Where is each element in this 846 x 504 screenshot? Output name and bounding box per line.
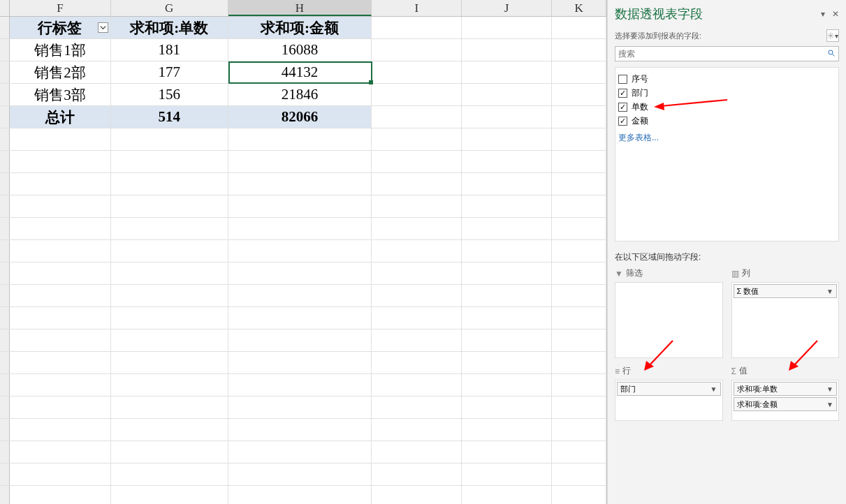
row-label-filter-button[interactable] [98,22,108,33]
field-label: 序号 [632,73,648,85]
pane-menu-button[interactable]: ▾ [821,9,825,19]
filter-icon: ▼ [615,269,623,279]
checkbox-unchecked-icon[interactable] [618,75,627,84]
field-search-input[interactable] [618,49,827,59]
pivot-cell-selected[interactable]: 44132 [228,61,372,83]
pivot-header-sum1[interactable]: 求和项:单数 [111,17,228,38]
field-label: 单数 [632,101,648,113]
pivot-cell[interactable]: 16088 [228,39,372,61]
field-label: 部门 [632,87,648,99]
pivot-areas-grid: ▼筛选 ▥列 Σ 数值▼ ≡行 部门▼ Σ值 [615,267,839,421]
pivot-row-label[interactable]: 销售3部 [10,84,111,105]
pill-label: 部门 [620,384,636,394]
sigma-icon: Σ [731,366,736,376]
svg-marker-8 [789,361,798,371]
svg-point-1 [829,50,833,54]
pivot-total-label[interactable]: 总计 [10,106,111,128]
svg-line-2 [833,54,835,56]
pivot-header-sum2[interactable]: 求和项:金额 [228,17,372,38]
row-field-pill[interactable]: 部门▼ [617,382,721,396]
area-title-text: 行 [622,365,631,377]
chevron-down-icon: ▼ [826,385,833,393]
select-all-corner[interactable] [0,0,10,16]
pivot-cell[interactable]: 156 [111,84,228,105]
pane-subtitle: 选择要添加到报表的字段: [615,31,701,41]
checkbox-checked-icon[interactable] [618,103,627,112]
area-filter[interactable]: ▼筛选 [615,267,723,358]
chevron-down-icon: ▼ [826,288,833,295]
pane-close-button[interactable]: ✕ [832,9,839,19]
grid-body[interactable]: 行标签 求和项:单数 求和项:金额 销售1部 181 16088 销售2部 17… [0,17,606,504]
column-header-K[interactable]: K [552,0,606,16]
filter-dropzone[interactable] [615,282,723,358]
column-header-H[interactable]: H [228,0,372,16]
svg-point-0 [830,35,832,37]
area-rows[interactable]: ≡行 部门▼ [615,365,723,421]
pivot-total-cell[interactable]: 514 [111,106,228,128]
pivot-header-rowlabel-text: 行标签 [38,18,82,38]
chevron-down-icon [100,24,106,31]
rows-dropzone[interactable]: 部门▼ [615,380,723,421]
area-columns[interactable]: ▥列 Σ 数值▼ [731,267,840,358]
area-title-text: 列 [742,267,750,279]
field-item-seq[interactable]: 序号 [618,72,836,86]
gear-icon [827,31,834,40]
column-header-row: F G H I J K [0,0,606,17]
field-search-box[interactable] [615,46,839,61]
pivot-cell[interactable]: 21846 [228,84,372,105]
pivot-header-rowlabel[interactable]: 行标签 [10,17,111,38]
pivottable-fields-pane: 数据透视表字段 ▾ ✕ 选择要添加到报表的字段: ▾ 序号 部门 单数 金额 更… [607,0,846,504]
svg-marker-6 [644,361,654,371]
columns-dropzone[interactable]: Σ 数值▼ [731,282,840,358]
field-settings-button[interactable]: ▾ [826,29,839,42]
column-header-I[interactable]: I [372,0,462,16]
pivot-total-cell[interactable]: 82066 [228,106,372,128]
column-field-pill[interactable]: Σ 数值▼ [734,284,838,298]
checkbox-checked-icon[interactable] [618,89,627,98]
column-header-F[interactable]: F [10,0,111,16]
rows-icon: ≡ [615,366,620,376]
area-title-text: 值 [739,365,747,377]
spreadsheet-area[interactable]: F G H I J K 行标签 求和项:单数 求和项:金额 销售1部 181 [0,0,607,504]
pivot-row-label[interactable]: 销售1部 [10,39,111,61]
pane-title: 数据透视表字段 [615,6,703,22]
values-dropzone[interactable]: 求和项:单数▼ 求和项:金额▼ [731,380,840,421]
value-field-pill[interactable]: 求和项:金额▼ [734,397,838,411]
column-header-J[interactable]: J [462,0,552,16]
pivot-cell[interactable]: 177 [111,61,228,83]
search-icon [827,49,836,59]
value-field-pill[interactable]: 求和项:单数▼ [734,382,838,396]
field-list[interactable]: 序号 部门 单数 金额 更多表格... [615,67,839,242]
columns-icon: ▥ [731,269,739,279]
pill-label: 求和项:金额 [737,399,778,410]
field-label: 金额 [632,115,648,127]
field-item-count[interactable]: 单数 [618,100,836,114]
area-values[interactable]: Σ值 求和项:单数▼ 求和项:金额▼ [731,365,840,421]
field-item-amount[interactable]: 金额 [618,114,836,128]
area-title-text: 筛选 [626,267,643,279]
chevron-down-icon: ▼ [826,401,833,408]
areas-instruction: 在以下区域间拖动字段: [615,251,839,263]
checkbox-checked-icon[interactable] [618,117,627,126]
column-header-G[interactable]: G [111,0,228,16]
pivot-cell[interactable]: 181 [111,39,228,61]
chevron-down-icon: ▼ [710,385,717,393]
pill-label: 求和项:单数 [737,384,778,394]
pivot-row-label[interactable]: 销售2部 [10,61,111,83]
field-item-dept[interactable]: 部门 [618,86,836,100]
more-tables-link[interactable]: 更多表格... [618,132,836,144]
pill-label: Σ 数值 [737,286,759,297]
